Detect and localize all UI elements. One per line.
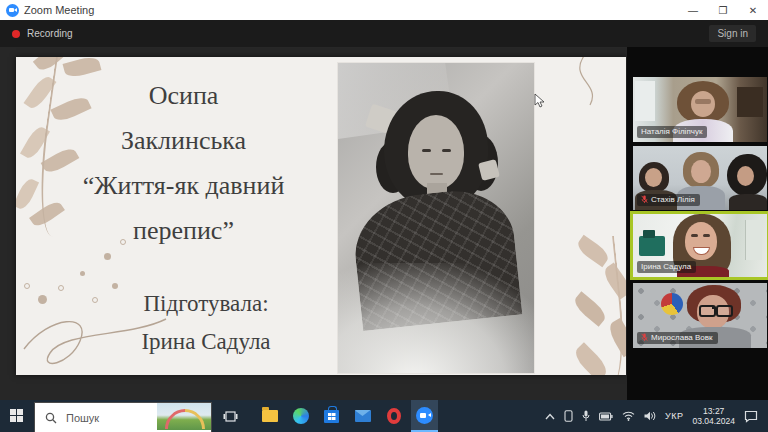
slide-title: Осипа Заклинська “Життя-як давний перепи…	[16, 73, 351, 253]
task-view-icon	[223, 410, 238, 423]
presentation-slide: Осипа Заклинська “Життя-як давний перепи…	[16, 57, 626, 375]
dot-decoration	[80, 271, 85, 276]
participant-name-label: Наталія Філіпчук	[637, 126, 707, 138]
taskbar-search-box[interactable]	[34, 402, 212, 432]
video-tile-natalia[interactable]: Наталія Філіпчук	[633, 77, 767, 142]
microsoft-store-icon	[324, 410, 339, 423]
video-tile-myroslava[interactable]: Мирослава Вовк	[633, 283, 767, 348]
windows-taskbar: УКР 13:27 03.04.2024	[0, 400, 768, 432]
language-indicator[interactable]: УКР	[665, 411, 683, 421]
participant-name-label: Ірина Садула	[637, 261, 696, 273]
action-center-icon[interactable]	[744, 410, 758, 423]
battery-icon[interactable]	[599, 412, 613, 421]
recording-indicator: Recording	[12, 28, 73, 39]
slide-title-line: “Життя-як давний	[16, 163, 351, 208]
recording-dot-icon	[12, 30, 20, 38]
search-input[interactable]	[64, 411, 160, 425]
edge-browser-button[interactable]	[287, 400, 314, 432]
participants-panel: Наталія Філіпчук Стахів Лілія	[627, 47, 768, 400]
start-button[interactable]	[0, 400, 34, 432]
participant-name-label: Мирослава Вовк	[637, 332, 718, 344]
dot-decoration	[58, 285, 64, 291]
muted-mic-icon	[641, 333, 648, 342]
wifi-icon[interactable]	[622, 411, 635, 421]
recording-label: Recording	[27, 28, 73, 39]
mouse-cursor-icon	[534, 93, 546, 109]
clock-date: 03.04.2024	[692, 416, 735, 426]
curve-decoration	[546, 57, 616, 123]
slide-footer: Підготувала: Ірина Садула	[71, 285, 341, 361]
portrait-photo	[337, 62, 535, 374]
opera-browser-button[interactable]	[380, 400, 407, 432]
file-explorer-button[interactable]	[256, 400, 283, 432]
phone-link-icon[interactable]	[564, 410, 573, 422]
tray-expand-chevron-icon[interactable]	[545, 413, 555, 420]
dot-decoration	[104, 253, 111, 260]
slide-title-line: Осипа	[16, 73, 351, 118]
opera-icon	[387, 408, 401, 424]
file-explorer-icon	[262, 410, 278, 422]
microsoft-store-button[interactable]	[318, 400, 345, 432]
microphone-icon[interactable]	[582, 410, 590, 422]
participant-name-label: Стахів Лілія	[637, 194, 700, 206]
slide-title-line: перепис”	[16, 208, 351, 253]
zoom-taskbar-button[interactable]	[411, 400, 438, 432]
sign-in-button[interactable]: Sign in	[709, 25, 756, 42]
window-titlebar: Zoom Meeting — ❐ ✕	[0, 0, 768, 20]
minimize-button[interactable]: —	[678, 0, 708, 20]
clock-time: 13:27	[692, 406, 735, 416]
zoom-meeting-window: Zoom Meeting — ❐ ✕ Recording Sign in	[0, 0, 768, 432]
zoom-app-icon	[6, 4, 19, 17]
video-tile-stakhiv[interactable]: Стахів Лілія	[633, 146, 767, 210]
volume-icon[interactable]	[644, 411, 656, 421]
maximize-button[interactable]: ❐	[708, 0, 738, 20]
rainbow-decoration	[157, 403, 211, 430]
zoom-icon	[416, 407, 433, 424]
system-tray: УКР 13:27 03.04.2024	[545, 406, 768, 426]
mail-icon	[355, 410, 371, 422]
window-title: Zoom Meeting	[24, 4, 94, 16]
shared-screen-area: Осипа Заклинська “Життя-як давний перепи…	[0, 47, 627, 400]
video-tile-iryna-active-speaker[interactable]: Ірина Садула	[630, 211, 768, 280]
edge-icon	[293, 408, 309, 424]
slide-title-line: Заклинська	[16, 118, 351, 163]
close-button[interactable]: ✕	[738, 0, 768, 20]
slide-footer-line: Підготувала:	[71, 285, 341, 323]
taskbar-clock[interactable]: 13:27 03.04.2024	[692, 406, 735, 426]
task-view-button[interactable]	[212, 400, 248, 432]
meeting-toolbar: Recording Sign in	[0, 20, 768, 47]
slide-footer-line: Ірина Садула	[71, 323, 341, 361]
mail-button[interactable]	[349, 400, 376, 432]
windows-logo-icon	[10, 409, 24, 423]
muted-mic-icon	[641, 195, 648, 204]
dot-decoration	[24, 283, 30, 289]
search-highlight-image[interactable]	[157, 403, 211, 430]
search-icon	[45, 412, 57, 424]
